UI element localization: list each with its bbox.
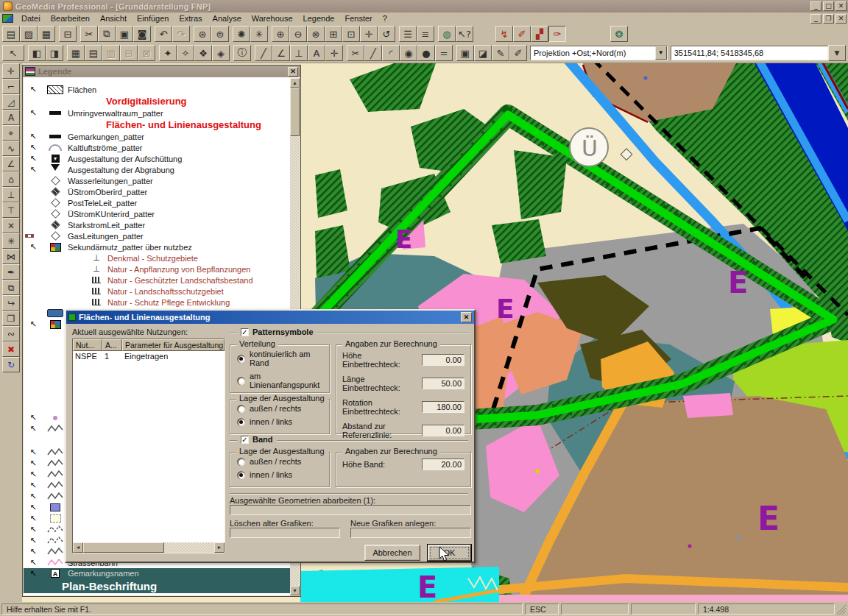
angle-tool-button[interactable]: ∠	[2, 156, 20, 171]
mdi-close-button[interactable]: ✕	[835, 14, 847, 24]
radio-option[interactable]: innen / links	[237, 470, 329, 479]
undo-button[interactable]: ↶	[155, 26, 172, 42]
new-data-window-button[interactable]: ▤	[85, 45, 102, 61]
dialog-close-button[interactable]: ✕	[461, 312, 472, 322]
legend-row[interactable]: Plan-Beschriftung	[24, 578, 290, 593]
fit-all-button[interactable]: ⊞	[325, 26, 342, 42]
close-button[interactable]: ✕	[835, 1, 847, 11]
radio-option[interactable]: außen / rechts	[237, 404, 329, 413]
menu-item-bearbeiten[interactable]: Bearbeiten	[46, 13, 95, 24]
legend-edit-button[interactable]: ◨	[46, 45, 63, 61]
warehouse-connections-button[interactable]: ⊛	[194, 26, 211, 42]
menu-item-fenster[interactable]: Fenster	[339, 13, 377, 24]
radio-unselected-icon[interactable]	[237, 377, 245, 385]
sketch-pen-button[interactable]: ✐	[513, 26, 531, 42]
draw-perpendicular-button[interactable]: ⊥	[290, 45, 308, 61]
paste-button[interactable]: ▣	[116, 26, 133, 42]
radio-unselected-icon[interactable]	[237, 405, 245, 413]
text-tool-button[interactable]: A	[2, 110, 20, 125]
scroll-down-button[interactable]: ▼	[290, 586, 300, 595]
legend-row[interactable]: ↖AGemarkungsnamen	[24, 568, 290, 578]
redraw-button[interactable]: ↻	[2, 357, 20, 372]
legend-row[interactable]: ↖▾Ausgestaltung der Aufschüttung	[24, 153, 290, 164]
rotate-tool-button[interactable]: ↪	[2, 295, 20, 311]
radio-unselected-icon[interactable]	[237, 458, 245, 466]
legend-add-button[interactable]: ◧	[28, 45, 46, 61]
legend-row[interactable]: ↖Gemarkungen_patter	[24, 131, 290, 142]
save-geoworkspace-button[interactable]: ▦	[38, 26, 55, 42]
world-button[interactable]: ◍	[438, 26, 456, 42]
legend-row[interactable]: Natur - Schutz Pflege Entwicklung	[24, 297, 290, 308]
draw-line-button[interactable]: ╱	[255, 45, 272, 61]
insert-area-button[interactable]: ✧	[177, 45, 194, 61]
maximize-button[interactable]: □	[823, 1, 834, 11]
legend-row[interactable]: ⊥Natur - Anpflanzung von Bepflanzungen	[24, 263, 290, 275]
stack-tool-button[interactable]: ⧉	[2, 280, 20, 295]
chevron-down-icon[interactable]: ▼	[655, 46, 667, 60]
field-value-input[interactable]: 20.00	[422, 459, 464, 470]
legend-row[interactable]: ↖Sekundärnutz_patter über nutzbez	[24, 241, 290, 252]
layout-window-button[interactable]: ▥	[102, 45, 120, 61]
radio-option[interactable]: am Linienanfangspunkt	[237, 372, 329, 389]
mdi-restore-button[interactable]: ❐	[823, 14, 834, 24]
legend-row[interactable]: Wasserleitungen_patter	[24, 175, 290, 186]
grid-snap-button[interactable]: ▣	[456, 45, 474, 61]
draw-angle-button[interactable]: ∠	[272, 45, 290, 61]
legend-titlebar[interactable]: Legende ✕	[23, 66, 300, 77]
feature-info-button[interactable]: ⓘ	[233, 45, 251, 61]
edit-sketch-button[interactable]: ✎	[492, 45, 509, 61]
zoom-selected-button[interactable]: ⊗	[307, 26, 325, 42]
polygon-tool-button[interactable]: ⌂	[2, 171, 20, 187]
snap-crosshair-button[interactable]: ✛	[2, 63, 20, 79]
draw-text-button[interactable]: A	[308, 45, 325, 61]
document-icon[interactable]	[2, 14, 13, 23]
curve-tool-button[interactable]: ∿	[2, 141, 20, 156]
legend-row[interactable]: ↖Ausgestaltung der Abgrabung	[24, 164, 290, 175]
help-pointer-button[interactable]: ↖?	[456, 26, 473, 42]
table-row[interactable]: NSPE1Eingetragen	[73, 351, 225, 362]
select-tool-button[interactable]: ↖	[2, 45, 24, 61]
pan-button[interactable]: ✛	[360, 26, 378, 42]
zoom-out-button[interactable]: ⊖	[289, 26, 307, 42]
legend-row[interactable]: GasLeitungen_patter	[24, 230, 290, 241]
edit-ellipse-button[interactable]: ●	[417, 45, 435, 61]
wizard-button[interactable]: ✺	[233, 26, 250, 42]
queued-edit-button[interactable]: ⊜	[211, 26, 229, 42]
table-header[interactable]: Parameter für Ausgestaltung	[122, 339, 225, 351]
minimize-button[interactable]: _	[810, 1, 822, 11]
stretch-tool-button[interactable]: ∾	[2, 326, 20, 341]
cancel-button[interactable]: Abbrechen	[364, 545, 420, 561]
patternsymbole-checkbox[interactable]: ✓	[241, 328, 249, 336]
table-header[interactable]: Nut...	[73, 339, 102, 351]
radio-selected-icon[interactable]	[237, 471, 245, 479]
legend-row[interactable]: StarkstromLeit_patter	[24, 219, 290, 230]
tee-down-tool-button[interactable]: ⊤	[2, 202, 20, 218]
spatial-query-button[interactable]: ❂	[610, 26, 628, 42]
properties-button[interactable]: ☰	[399, 26, 417, 42]
field-value-input[interactable]: 0.00	[422, 425, 464, 436]
label-tool-button[interactable]: ⌖	[2, 125, 20, 141]
split-geometry-button[interactable]: ✂	[347, 45, 364, 61]
map-view[interactable]: E E E E E Ü Legende ✕ ↖FlächenVordigital…	[22, 63, 848, 602]
legend-row[interactable]: ↖Umringverwaltraum_patter	[24, 107, 290, 118]
edit-parallel-button[interactable]: =	[435, 45, 453, 61]
print-button[interactable]: ⊟	[59, 26, 77, 42]
coordinate-dropdown-button[interactable]: ▼	[828, 45, 846, 61]
usages-table[interactable]: Nut...A...Parameter für Ausgestaltung NS…	[72, 339, 225, 553]
resize-grip[interactable]	[837, 603, 846, 615]
coordinate-input[interactable]: 3515411,84; 5418345,68	[671, 46, 828, 60]
menu-item-analyse[interactable]: Analyse	[208, 13, 247, 24]
delete-button[interactable]: ✖	[2, 341, 20, 357]
table-filter-button[interactable]: ⊠	[138, 45, 155, 61]
insert-point-button[interactable]: ◈	[212, 45, 230, 61]
select-polygon-button[interactable]: ◿	[2, 94, 20, 110]
node-star-button[interactable]: ✳	[2, 233, 20, 249]
menu-item-warehouse[interactable]: Warehouse	[247, 13, 298, 24]
edit-arc-button[interactable]: ◜	[382, 45, 400, 61]
table-header[interactable]: A...	[102, 339, 122, 351]
copy-button[interactable]: ⧉	[98, 26, 116, 42]
legend-row[interactable]: ↖Flächen	[24, 84, 290, 95]
menu-item-ansicht[interactable]: Ansicht	[95, 13, 132, 24]
legend-row[interactable]: ⊥Denkmal - Schutzgebiete	[24, 252, 290, 263]
sketch-select-button[interactable]: ✑	[548, 26, 566, 42]
